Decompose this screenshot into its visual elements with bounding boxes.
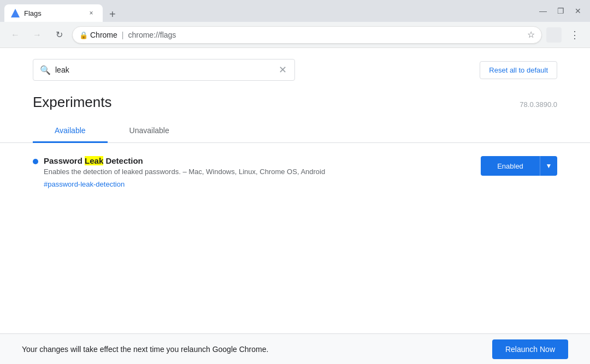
restore-button[interactable]: ❐ <box>553 3 568 19</box>
bookmark-star-icon[interactable]: ☆ <box>527 29 535 40</box>
experiments-title: Experiments <box>33 94 112 111</box>
tab-area: Flags × + <box>4 0 531 22</box>
feature-list: Password Leak Detection Enables the dete… <box>0 143 590 202</box>
feature-item: Password Leak Detection Enables the dete… <box>33 156 557 189</box>
feature-anchor-link[interactable]: #password-leak-detection <box>44 180 125 188</box>
bottom-bar: Your changes will take effect the next t… <box>0 333 590 364</box>
feature-dropdown-button[interactable]: Enabled ▼ <box>481 156 557 176</box>
new-tab-button[interactable]: + <box>105 7 120 22</box>
reset-all-button[interactable]: Reset all to default <box>480 61 557 79</box>
experiments-header: Experiments 78.0.3890.0 <box>0 81 590 111</box>
url-path: chrome://flags <box>128 31 176 39</box>
search-input[interactable] <box>55 65 273 74</box>
tab-favicon <box>11 9 20 17</box>
forward-button[interactable]: → <box>28 26 46 44</box>
url-bar[interactable]: 🔒 Chrome | chrome://flags ☆ <box>72 26 542 44</box>
main-content: 🔍 ✕ Reset all to default Experiments 78.… <box>0 48 590 333</box>
feature-left: Password Leak Detection Enables the dete… <box>33 156 468 189</box>
url-separator: | <box>122 31 124 39</box>
feature-title: Password Leak Detection <box>44 156 325 165</box>
active-tab[interactable]: Flags × <box>4 4 103 22</box>
tab-title: Flags <box>24 9 82 17</box>
relaunch-message: Your changes will take effect the next t… <box>22 345 268 354</box>
feature-title-suffix: Detection <box>103 156 143 165</box>
feature-title-prefix: Password <box>44 156 85 165</box>
feature-dot <box>33 159 38 164</box>
address-bar: ← → ↻ 🔒 Chrome | chrome://flags ☆ ⋮ <box>0 22 590 48</box>
back-button[interactable]: ← <box>7 26 24 44</box>
feature-title-highlight: Leak <box>85 156 103 165</box>
dropdown-arrow-icon: ▼ <box>540 156 557 176</box>
profile-button[interactable] <box>546 27 562 43</box>
tabs-area: Available Unavailable <box>0 120 590 143</box>
tab-unavailable[interactable]: Unavailable <box>108 120 191 143</box>
reload-button[interactable]: ↻ <box>50 26 68 44</box>
search-area: 🔍 ✕ Reset all to default <box>0 48 590 81</box>
tab-close-button[interactable]: × <box>86 8 96 18</box>
feature-info: Password Leak Detection Enables the dete… <box>44 156 325 189</box>
secure-icon: 🔒 <box>79 31 87 39</box>
dropdown-label: Enabled <box>481 162 540 170</box>
relaunch-now-button[interactable]: Relaunch Now <box>492 339 568 359</box>
experiments-version: 78.0.3890.0 <box>520 100 557 109</box>
menu-button[interactable]: ⋮ <box>566 26 583 44</box>
title-bar: Flags × + — ❐ ✕ <box>0 0 590 22</box>
search-clear-button[interactable]: ✕ <box>277 64 288 75</box>
url-origin: Chrome <box>90 31 117 39</box>
window-controls: — ❐ ✕ <box>535 3 586 19</box>
minimize-button[interactable]: — <box>535 3 551 19</box>
search-box[interactable]: 🔍 ✕ <box>33 59 295 81</box>
close-button[interactable]: ✕ <box>570 3 586 19</box>
feature-description: Enables the detection of leaked password… <box>44 168 325 176</box>
search-icon: 🔍 <box>40 65 51 75</box>
tab-available[interactable]: Available <box>33 120 108 143</box>
